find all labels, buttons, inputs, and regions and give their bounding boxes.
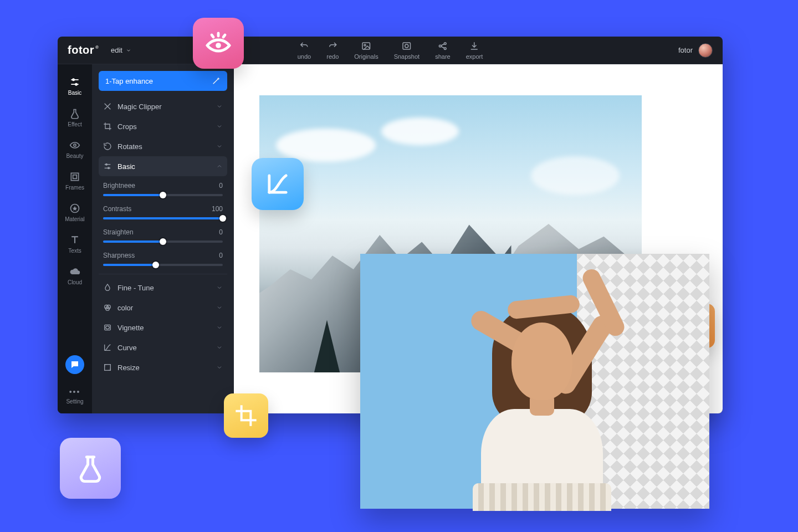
panel-curve[interactable]: Curve [99, 337, 227, 357]
rail-basic[interactable]: Basic [58, 72, 92, 100]
mode-label: edit [111, 46, 122, 54]
sliders-icon [69, 76, 80, 88]
svg-point-3 [405, 44, 408, 48]
undo-icon [299, 41, 309, 51]
brand-name: fotor [68, 44, 94, 57]
panel-basic[interactable]: Basic [99, 156, 227, 176]
svg-point-13 [75, 84, 77, 85]
topbar-actions: undo redo Originals Snapshot share expor… [298, 41, 483, 60]
svg-marker-18 [73, 206, 77, 211]
cutout-person [448, 276, 636, 509]
rail-setting[interactable]: ••• Setting [66, 387, 83, 408]
svg-line-35 [212, 35, 213, 37]
side-rail: Basic Effect Beauty Frames Material Text… [58, 64, 92, 413]
slider-brightness[interactable]: Brightneee0 [103, 182, 223, 196]
tile-effect-icon [60, 438, 121, 499]
chevron-down-icon [216, 123, 223, 130]
vignette-icon [103, 323, 112, 332]
color-icon [103, 303, 112, 312]
topbar-user: fotor [678, 43, 713, 58]
svg-point-25 [106, 163, 108, 165]
star-circle-icon [69, 203, 80, 214]
topbar: fotor ® edit undo redo Originals [58, 37, 723, 64]
svg-point-1 [364, 44, 366, 46]
redo-icon [328, 41, 337, 51]
chevron-down-icon [216, 304, 223, 311]
svg-point-33 [216, 43, 221, 48]
rail-frames[interactable]: Frames [58, 167, 92, 195]
one-tap-enhance-button[interactable]: 1-Tap enhance [99, 71, 227, 91]
brand-registered: ® [95, 45, 99, 50]
edit-panel: 1-Tap enhance Magic Clipper Crops Rotate… [92, 64, 234, 413]
svg-rect-2 [403, 43, 411, 49]
panel-rotates[interactable]: Rotates [99, 136, 227, 156]
chat-fab[interactable] [65, 355, 84, 374]
svg-line-8 [441, 46, 444, 48]
svg-rect-16 [73, 175, 77, 179]
snapshot-icon [402, 41, 412, 51]
chevron-down-icon [216, 364, 223, 371]
panel-magic-clipper[interactable]: Magic Clipper [99, 96, 227, 116]
rail-material[interactable]: Material [58, 198, 92, 227]
panel-vignette[interactable]: Vignette [99, 318, 227, 337]
eye-icon [69, 140, 80, 151]
rotate-icon [103, 142, 112, 151]
scissors-icon [103, 102, 112, 111]
panel-crops[interactable]: Crops [99, 116, 227, 136]
flask-icon [69, 108, 80, 119]
originals-button[interactable]: Originals [354, 41, 378, 60]
chevron-down-icon [216, 324, 223, 331]
chat-icon [70, 360, 80, 370]
chevron-down-icon [216, 143, 223, 150]
svg-point-14 [74, 144, 76, 146]
crop-icon [103, 122, 112, 131]
download-icon [469, 41, 479, 51]
svg-rect-0 [362, 43, 370, 49]
sliders-icon [103, 162, 112, 171]
panel-color[interactable]: color [99, 298, 227, 318]
slider-sharpness[interactable]: Sharpness0 [103, 252, 223, 266]
text-icon [69, 234, 80, 245]
curve-icon [103, 343, 112, 352]
svg-point-12 [73, 79, 74, 80]
tile-crop-icon [224, 393, 268, 438]
frame-icon [69, 171, 80, 182]
basic-sliders: Brightneee0 Contrasts100 Straighten0 Sha… [99, 176, 227, 274]
svg-point-26 [108, 167, 110, 169]
chevron-up-icon [216, 163, 223, 170]
mode-select[interactable]: edit [111, 46, 131, 54]
rail-beauty[interactable]: Beauty [58, 135, 92, 163]
droplet-icon [103, 283, 112, 292]
svg-rect-32 [105, 365, 111, 371]
more-icon: ••• [69, 387, 81, 396]
share-button[interactable]: share [435, 41, 451, 60]
avatar[interactable] [698, 43, 713, 58]
tile-preview-icon [193, 18, 244, 69]
foreground-cutout-preview [360, 254, 709, 509]
resize-icon [103, 363, 112, 372]
share-icon [438, 41, 448, 51]
panel-fine-tune[interactable]: Fine - Tune [99, 278, 227, 298]
rail-effect[interactable]: Effect [58, 104, 92, 132]
rail-cloud[interactable]: Cloud [58, 262, 92, 290]
panel-resize[interactable]: Resize [99, 357, 227, 377]
snapshot-button[interactable]: Snapshot [394, 41, 420, 60]
rail-texts[interactable]: Texts [58, 230, 92, 258]
image-icon [361, 41, 371, 51]
user-name: fotor [678, 46, 693, 54]
magic-wand-icon [212, 76, 221, 85]
svg-rect-15 [71, 173, 78, 180]
slider-straighten[interactable]: Straighten0 [103, 228, 223, 243]
svg-point-31 [106, 326, 110, 329]
cloud-icon [69, 266, 80, 277]
chevron-down-icon [216, 344, 223, 351]
svg-line-36 [223, 35, 225, 37]
brand: fotor ® [68, 44, 99, 57]
redo-button[interactable]: redo [326, 41, 339, 60]
export-button[interactable]: export [466, 41, 483, 60]
chevron-down-icon [126, 48, 131, 53]
chevron-down-icon [216, 103, 223, 110]
undo-button[interactable]: undo [298, 41, 311, 60]
slider-contrast[interactable]: Contrasts100 [103, 205, 223, 219]
tile-curve-icon [252, 158, 304, 210]
